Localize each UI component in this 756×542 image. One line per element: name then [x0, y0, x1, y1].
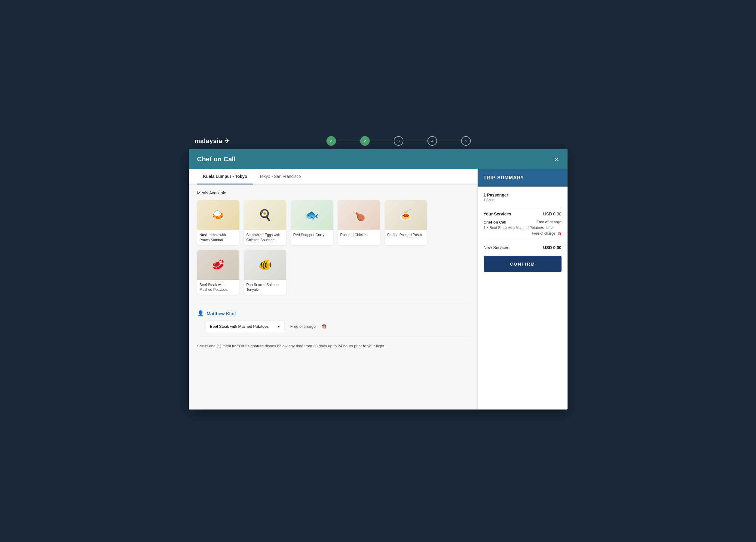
- meal-name-salmon: Pan Seared Salmon Teriyaki: [244, 280, 286, 295]
- your-services-row: Your Services USD 0.00: [484, 212, 562, 216]
- food-visual-nasi-lemak: 🍛: [197, 200, 239, 230]
- divider-2: [484, 240, 562, 241]
- tabs-container: Kuala Lumpur - Tokyo Tokyo - San Francis…: [189, 169, 477, 185]
- step-line-4: [437, 141, 461, 141]
- chef-on-call-label: Chef on Call: [484, 220, 507, 225]
- meal-name-scrambled: Scrambled Eggs with Chicken Sausage: [244, 230, 286, 245]
- chef-item-text: 1 × Beef Steak with Mashed Potatoes NEW: [484, 226, 554, 230]
- chef-item-price: Free of charge: [532, 231, 555, 236]
- chef-item-row: 1 × Beef Steak with Mashed Potatoes NEW: [484, 226, 562, 230]
- meal-price-tag: Free of charge: [290, 324, 316, 329]
- step-line-2: [370, 141, 394, 141]
- food-visual-scrambled: 🍳: [244, 200, 286, 230]
- top-bar: malaysia ✈ ✓ ✓ 3 4 5: [189, 133, 568, 149]
- step-line-3: [403, 141, 427, 141]
- step-circle-2: ✓: [360, 136, 370, 146]
- meal-card-salmon[interactable]: 🐠 Pan Seared Salmon Teriyaki: [244, 250, 286, 295]
- sidebar-header: TRIP SUMMARY: [478, 169, 568, 187]
- step-circle-5: 5: [461, 136, 471, 146]
- confirm-button[interactable]: CONFIRM: [484, 256, 562, 272]
- food-visual-salmon: 🐠: [244, 250, 286, 280]
- new-services-row: New Services USD 0.00: [484, 245, 562, 250]
- modal-body: Kuala Lumpur - Tokyo Tokyo - San Francis…: [189, 169, 568, 409]
- chef-item-price-row: Free of charge 🗑: [484, 231, 562, 236]
- meal-image-steak: 🥩: [197, 250, 239, 280]
- brand-logo: malaysia ✈: [195, 137, 230, 145]
- meal-image-scrambled: 🍳: [244, 200, 286, 230]
- modal-title: Chef on Call: [197, 155, 236, 163]
- close-button[interactable]: ×: [554, 155, 559, 163]
- passenger-count-label: 1 Passenger: [484, 193, 562, 198]
- passenger-section: 👤 Matthew Klint Beef Steak with Mashed P…: [197, 304, 469, 332]
- food-visual-chicken: 🍗: [338, 200, 380, 230]
- meal-card-scrambled[interactable]: 🍳 Scrambled Eggs with Chicken Sausage: [244, 200, 286, 245]
- your-services-price: USD 0.00: [543, 212, 562, 216]
- meal-card-steak[interactable]: 🥩 Beef Steak with Mashed Potatoes: [197, 250, 239, 295]
- new-badge: NEW: [546, 226, 554, 230]
- your-services-label: Your Services: [484, 212, 511, 216]
- modal-main: Kuala Lumpur - Tokyo Tokyo - San Francis…: [189, 169, 477, 409]
- meal-name-nasi-lemak: Nasi Lemak with Prawn Sambal: [197, 230, 239, 245]
- progress-bar: ✓ ✓ 3 4 5: [236, 136, 562, 146]
- meal-card-pasta[interactable]: 🍝 Stuffed Pacheri Pasta: [385, 200, 427, 245]
- tab-tokyo-sf[interactable]: Tokyo - San Francisco: [253, 169, 307, 185]
- trip-summary-sidebar: TRIP SUMMARY 1 Passenger 1 Adult Your Se…: [477, 169, 568, 409]
- meals-grid: 🍛 Nasi Lemak with Prawn Sambal 🍳 Scrambl: [197, 200, 469, 295]
- meal-image-pasta: 🍝: [385, 200, 427, 230]
- food-visual-pasta: 🍝: [385, 200, 427, 230]
- step-4: 4: [427, 136, 437, 146]
- meal-image-chicken: 🍗: [338, 200, 380, 230]
- meal-selector-dropdown[interactable]: Beef Steak with Mashed Potatoes ▾: [206, 321, 284, 332]
- divider-1: [484, 207, 562, 207]
- new-services-label: New Services: [484, 245, 510, 250]
- passenger-icon: 👤: [197, 310, 204, 317]
- step-circle-4: 4: [427, 136, 437, 146]
- sidebar-title: TRIP SUMMARY: [484, 175, 524, 180]
- chef-on-call-modal: Chef on Call × Kuala Lumpur - Tokyo Toky…: [189, 149, 568, 409]
- meal-name-snapper: Red Snapper Curry: [291, 230, 333, 240]
- meal-name-pasta: Stuffed Pacheri Pasta: [385, 230, 427, 240]
- selected-meal-text: Beef Steak with Mashed Potatoes: [210, 324, 269, 329]
- new-services-price: USD 0.00: [543, 245, 562, 250]
- step-3: 3: [394, 136, 403, 146]
- passenger-type-label: 1 Adult: [484, 198, 562, 202]
- meal-card-chicken[interactable]: 🍗 Roasted Chicken: [338, 200, 380, 245]
- meal-image-salmon: 🐠: [244, 250, 286, 280]
- meal-image-snapper: 🐟: [291, 200, 333, 230]
- meal-card-nasi-lemak[interactable]: 🍛 Nasi Lemak with Prawn Sambal: [197, 200, 239, 245]
- tab-kl-tokyo[interactable]: Kuala Lumpur - Tokyo: [197, 169, 253, 185]
- step-2: ✓: [360, 136, 370, 146]
- step-1: ✓: [326, 136, 336, 146]
- step-5: 5: [461, 136, 471, 146]
- passenger-meal-row: Beef Steak with Mashed Potatoes ▾ Free o…: [206, 321, 469, 332]
- meal-card-snapper[interactable]: 🐟 Red Snapper Curry: [291, 200, 333, 245]
- sidebar-content: 1 Passenger 1 Adult Your Services USD 0.…: [478, 187, 568, 278]
- page-wrapper: malaysia ✈ ✓ ✓ 3 4 5 Chef: [189, 133, 568, 409]
- chef-section: Chef on Call Free of charge 1 × Beef Ste…: [484, 220, 562, 236]
- passenger-label: 👤 Matthew Klint: [197, 310, 469, 317]
- passenger-summary: 1 Passenger 1 Adult: [484, 193, 562, 202]
- dropdown-arrow-icon: ▾: [278, 324, 280, 329]
- chef-on-call-label-row: Chef on Call Free of charge: [484, 220, 562, 225]
- step-circle-3: 3: [394, 136, 403, 146]
- step-line-1: [336, 141, 360, 141]
- remove-chef-item-icon[interactable]: 🗑: [557, 231, 562, 236]
- meal-image-nasi-lemak: 🍛: [197, 200, 239, 230]
- meals-section-title: Meals Available: [197, 191, 469, 195]
- modal-header: Chef on Call ×: [189, 149, 568, 169]
- passenger-name: Matthew Klint: [207, 311, 236, 316]
- delete-meal-icon[interactable]: 🗑: [322, 323, 327, 329]
- food-visual-steak: 🥩: [197, 250, 239, 280]
- meal-name-steak: Beef Steak with Mashed Potatoes: [197, 280, 239, 295]
- meal-name-chicken: Roasted Chicken: [338, 230, 380, 240]
- step-circle-1: ✓: [326, 136, 336, 146]
- notice-text: Select one (1) meal from our signature d…: [197, 338, 469, 349]
- chef-on-call-price: Free of charge: [537, 220, 562, 225]
- food-visual-snapper: 🐟: [291, 200, 333, 230]
